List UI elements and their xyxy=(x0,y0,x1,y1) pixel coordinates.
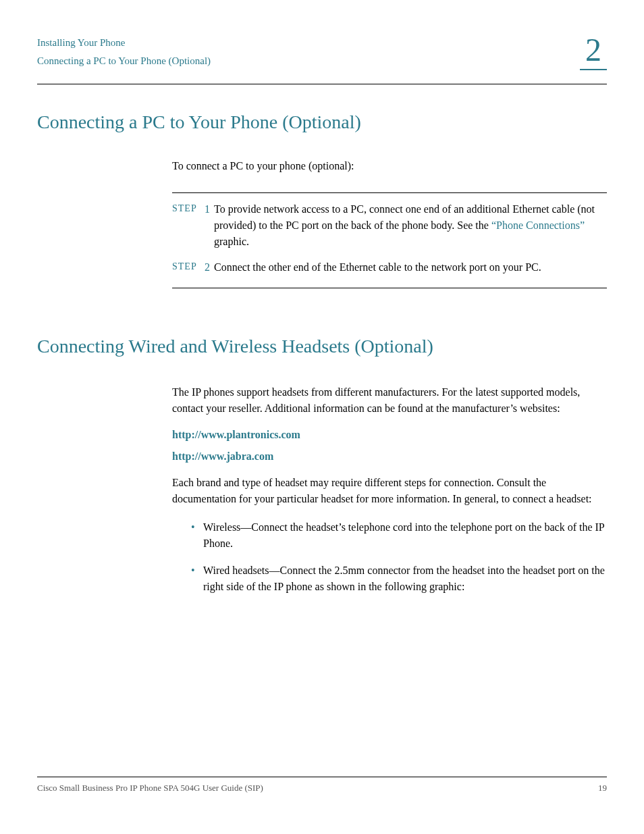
step-label: STEP xyxy=(172,201,206,250)
bullet-wireless: Wireless—Connect the headset’s telephone… xyxy=(191,519,607,552)
section1-content: To connect a PC to your phone (optional)… xyxy=(172,160,607,288)
step-number: 1 xyxy=(205,201,214,250)
step-text: To provide network access to a PC, conne… xyxy=(214,201,607,250)
step-text: Connect the other end of the Ethernet ca… xyxy=(214,259,607,276)
section-heading-connect-pc: Connecting a PC to Your Phone (Optional) xyxy=(37,111,607,133)
section2: Connecting Wired and Wireless Headsets (… xyxy=(37,336,607,595)
breadcrumb-section: Connecting a PC to Your Phone (Optional) xyxy=(37,52,211,70)
step1-text-after: graphic. xyxy=(214,236,249,247)
section2-content: The IP phones support headsets from diff… xyxy=(172,384,607,595)
step-row-2: STEP 2 Connect the other end of the Ethe… xyxy=(219,259,607,276)
step-label: STEP xyxy=(172,259,206,276)
footer-page-number: 19 xyxy=(598,783,607,793)
breadcrumb: Installing Your Phone Connecting a PC to… xyxy=(37,34,211,70)
page-header: Installing Your Phone Connecting a PC to… xyxy=(37,34,607,70)
phone-connections-link[interactable]: “Phone Connections” xyxy=(491,219,585,231)
section1-intro: To connect a PC to your phone (optional)… xyxy=(172,160,607,172)
header-rule xyxy=(37,84,607,84)
section-heading-headsets: Connecting Wired and Wireless Headsets (… xyxy=(37,336,607,357)
plantronics-link[interactable]: http://www.plantronics.com xyxy=(172,429,607,441)
section2-para1: The IP phones support headsets from diff… xyxy=(172,384,607,417)
step-rule-bottom xyxy=(172,288,607,288)
bullet-wired: Wired headsets—Connect the 2.5mm connect… xyxy=(191,563,607,595)
step-rule-top xyxy=(172,192,607,193)
headset-bullet-list: Wireless—Connect the headset’s telephone… xyxy=(191,519,607,595)
page-footer: Cisco Small Business Pro IP Phone SPA 50… xyxy=(37,777,607,793)
footer-rule xyxy=(37,777,607,777)
step-number: 2 xyxy=(205,259,214,276)
chapter-number: 2 xyxy=(580,34,607,70)
jabra-link[interactable]: http://www.jabra.com xyxy=(172,450,607,463)
footer-title: Cisco Small Business Pro IP Phone SPA 50… xyxy=(37,783,263,793)
section2-para2: Each brand and type of headset may requi… xyxy=(172,475,607,507)
breadcrumb-chapter: Installing Your Phone xyxy=(37,34,211,52)
step-row-1: STEP 1 To provide network access to a PC… xyxy=(219,201,607,250)
